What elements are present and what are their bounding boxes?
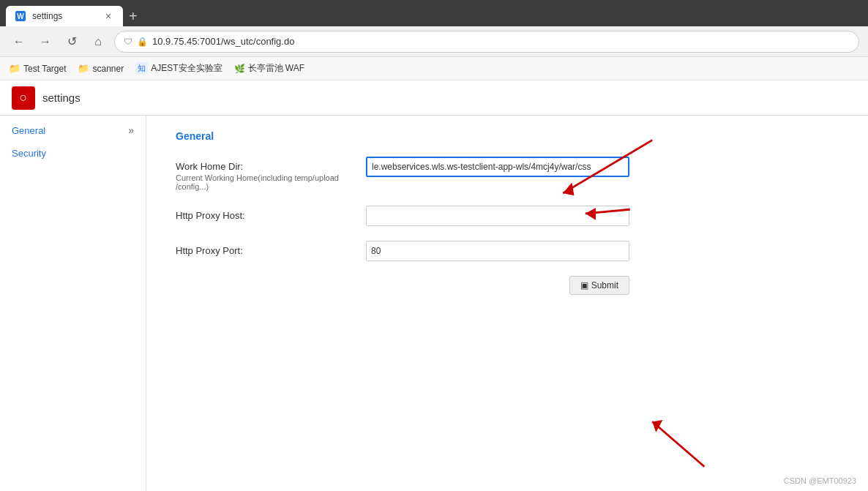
http-proxy-host-row: Http Proxy Host: [176, 206, 839, 226]
bookmark-label: 长亭雷池 WAF [248, 62, 305, 75]
sidebar-item-general[interactable]: General » [0, 119, 146, 142]
back-icon: ← [13, 35, 25, 48]
back-button[interactable]: ← [9, 31, 29, 52]
main-content: General Work Home Dir: Current Working H… [146, 116, 868, 491]
sidebar-general-label: General [12, 125, 45, 136]
browser-window: W settings × + ← → ↺ ⌂ 🛡 🔒 10.9.75.45:70… [0, 0, 868, 491]
security-shield-icon: 🛡 [124, 37, 132, 47]
w-logo-icon: W [15, 11, 26, 21]
work-home-dir-sub-label: Current Working Home(including temp/uplo… [176, 173, 366, 191]
logo-icon: ○ [20, 90, 28, 105]
active-tab[interactable]: W settings × [6, 6, 123, 26]
app-title: settings [42, 91, 81, 104]
bookmark-waf[interactable]: 🌿 长亭雷池 WAF [234, 62, 305, 75]
bookmarks-bar: 📁 Test Target 📁 scanner 知 AJEST安全实验室 🌿 长… [0, 57, 868, 80]
reload-button[interactable]: ↺ [61, 31, 82, 52]
svg-marker-5 [652, 420, 662, 432]
tab-bar: W settings × + [0, 0, 868, 26]
navigation-bar: ← → ↺ ⌂ 🛡 🔒 10.9.75.45:7001/ws_utc/confi… [0, 26, 868, 57]
bookmark-scanner[interactable]: 📁 scanner [78, 63, 124, 74]
bookmark-label: AJEST安全实验室 [151, 62, 222, 75]
work-home-dir-label-group: Work Home Dir: Current Working Home(incl… [176, 157, 366, 191]
app-content: ○ settings General » Security General [0, 80, 868, 491]
http-proxy-port-label: Http Proxy Port: [176, 241, 366, 256]
http-proxy-port-input[interactable] [366, 241, 629, 261]
chevron-right-icon: » [128, 124, 134, 136]
submit-row: ▣ Submit [176, 276, 629, 295]
work-home-dir-label: Work Home Dir: [176, 161, 366, 172]
work-home-dir-row: Work Home Dir: Current Working Home(incl… [176, 157, 839, 191]
section-title: General [176, 130, 839, 142]
folder-icon: 📁 [78, 63, 89, 74]
tab-favicon: W [15, 10, 26, 22]
svg-line-4 [652, 421, 704, 466]
address-text: 10.9.75.45:7001/ws_utc/config.do [152, 36, 850, 47]
http-proxy-host-label: Http Proxy Host: [176, 206, 366, 221]
waf-icon: 🌿 [234, 64, 245, 74]
bookmark-test-target[interactable]: 📁 Test Target [9, 63, 66, 74]
lock-icon: 🔒 [137, 37, 148, 47]
work-home-dir-input[interactable] [366, 157, 629, 177]
tab-close-button[interactable]: × [102, 10, 114, 22]
new-tab-button[interactable]: + [123, 6, 143, 26]
sidebar-security-label: Security [12, 148, 46, 159]
reload-icon: ↺ [67, 34, 77, 48]
submit-icon: ▣ [580, 280, 588, 291]
http-proxy-port-row: Http Proxy Port: [176, 241, 839, 261]
app-body: General » Security General Work Home Dir… [0, 116, 868, 491]
address-bar[interactable]: 🛡 🔒 10.9.75.45:7001/ws_utc/config.do [114, 31, 859, 53]
folder-icon: 📁 [9, 63, 20, 74]
forward-button[interactable]: → [35, 31, 56, 52]
http-proxy-host-input[interactable] [366, 206, 629, 226]
watermark: CSDN @EMT00923 [784, 476, 856, 485]
app-header: ○ settings [0, 80, 868, 116]
submit-button[interactable]: ▣ Submit [569, 276, 629, 295]
sidebar: General » Security [0, 116, 146, 491]
bookmark-label: scanner [92, 64, 124, 74]
app-logo: ○ [12, 86, 35, 110]
submit-label: Submit [591, 280, 618, 291]
home-button[interactable]: ⌂ [88, 31, 108, 52]
sidebar-item-security[interactable]: Security [0, 142, 146, 165]
bookmark-label: Test Target [23, 64, 66, 74]
tab-title: settings [32, 11, 97, 21]
ajest-badge-icon: 知 [135, 62, 148, 75]
home-icon: ⌂ [94, 35, 102, 48]
forward-icon: → [40, 35, 51, 48]
bookmark-ajest[interactable]: 知 AJEST安全实验室 [135, 62, 222, 75]
